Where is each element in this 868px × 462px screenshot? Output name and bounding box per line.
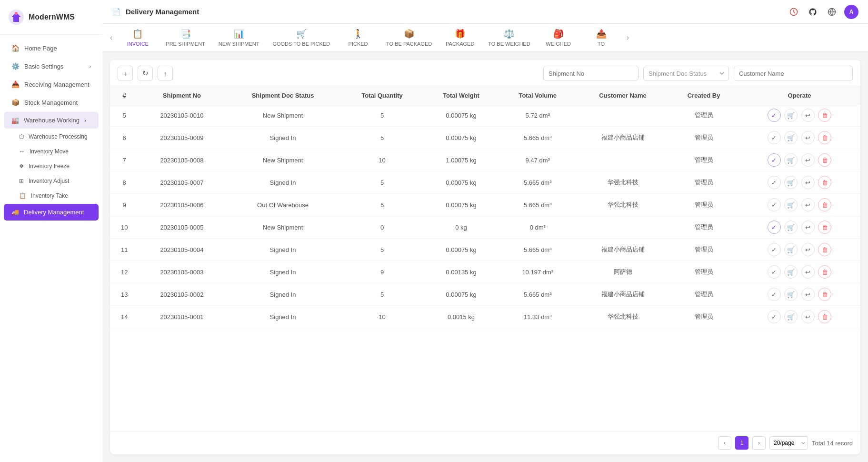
operate-delete-btn[interactable]: 🗑 [818,131,831,144]
cell-status: Signed In [225,306,340,328]
cell-created-by: 管理员 [669,216,738,239]
operate-cart-btn[interactable]: 🛒 [784,221,798,234]
customer-name-input[interactable] [734,66,853,81]
github-icon[interactable] [806,5,819,19]
operate-cart-btn[interactable]: 🛒 [784,153,798,167]
table-row: 14 20230105-0001 Signed In 10 0.0015 kg … [110,306,860,328]
per-page-select[interactable]: 20/page 50/page 100/page [769,436,808,450]
operate-check-btn[interactable]: ✓ [768,153,781,167]
to-tab-icon: 📤 [596,29,607,39]
google-icon[interactable] [787,5,800,19]
operate-cart-btn[interactable]: 🛒 [784,198,798,211]
tab-weighed[interactable]: 🎒 WEIGHED [537,24,580,52]
page-next-btn[interactable]: › [752,436,766,450]
operate-check-btn[interactable]: ✓ [768,131,781,144]
tab-picked[interactable]: 🚶 PICKED [337,24,379,52]
app-name: ModernWMS [29,13,75,21]
operate-undo-btn[interactable]: ↩ [801,310,815,323]
language-icon[interactable] [825,5,838,19]
table-row: 5 20230105-0010 New Shipment 5 0.00075 k… [110,104,860,127]
tab-pre-shipment[interactable]: 📑 PRE SHIPMENT [159,24,212,52]
refresh-button[interactable]: ↻ [138,66,153,81]
tab-new-shipment[interactable]: 📊 NEW SHIPMENT [212,24,266,52]
operate-check-btn[interactable]: ✓ [768,198,781,211]
user-avatar[interactable]: A [844,5,858,19]
operate-cart-btn[interactable]: 🛒 [784,109,798,122]
tab-goods-to-be-picked-label: GOODS TO BE PICKED [272,41,330,47]
operate-delete-btn[interactable]: 🗑 [818,265,831,279]
cell-weight: 1.00075 kg [423,149,499,171]
sidebar-item-inventory-move[interactable]: ↔ Inventory Move [4,144,99,159]
operate-check-btn[interactable]: ✓ [768,221,781,234]
cell-qty: 5 [341,104,424,127]
operate-cart-btn[interactable]: 🛒 [784,310,798,323]
operate-check-btn[interactable]: ✓ [768,265,781,279]
table-body: 5 20230105-0010 New Shipment 5 0.00075 k… [110,104,860,328]
weighed-tab-icon: 🎒 [553,29,564,39]
operate-cart-btn[interactable]: 🛒 [784,265,798,279]
cell-volume: 5.665 dm³ [499,171,577,194]
sidebar-item-inventory-adjust[interactable]: ⊞ Inventory Adjust [4,174,99,188]
operate-undo-btn[interactable]: ↩ [801,109,815,122]
export-button[interactable]: ↑ [158,66,173,81]
sidebar-item-inventory-move-label: Inventory Move [30,148,69,155]
add-button[interactable]: + [118,66,133,81]
page-prev-btn[interactable]: ‹ [718,436,731,450]
operate-undo-btn[interactable]: ↩ [801,221,815,234]
operate-delete-btn[interactable]: 🗑 [818,221,831,234]
sidebar-item-warehouse-processing[interactable]: ⬡ Warehouse Processing [4,130,99,144]
operate-check-btn[interactable]: ✓ [768,243,781,256]
tab-to-be-packaged-label: TO BE PACKAGED [386,41,432,47]
operate-undo-btn[interactable]: ↩ [801,198,815,211]
page-title-bar: 📄 Delivery Management [112,8,199,16]
shipment-no-input[interactable] [543,66,639,81]
cell-created-by: 管理员 [669,149,738,171]
operate-check-btn[interactable]: ✓ [768,310,781,323]
operate-check-btn[interactable]: ✓ [768,288,781,301]
operate-check-btn[interactable]: ✓ [768,176,781,189]
shipment-doc-status-select[interactable]: Shipment Doc Status New Shipment Signed … [643,66,729,81]
operate-cart-btn[interactable]: 🛒 [784,176,798,189]
operate-undo-btn[interactable]: ↩ [801,131,815,144]
svg-point-1 [15,12,18,15]
operate-undo-btn[interactable]: ↩ [801,265,815,279]
sidebar-item-inventory-take[interactable]: 📋 Inventory Take [4,189,99,203]
operate-undo-btn[interactable]: ↩ [801,288,815,301]
tab-new-shipment-label: NEW SHIPMENT [219,41,259,47]
operate-check-btn[interactable]: ✓ [768,109,781,122]
tab-next-btn[interactable]: › [623,24,633,51]
operate-delete-btn[interactable]: 🗑 [818,153,831,167]
tab-invoice[interactable]: 📋 INVOICE [116,24,159,52]
operate-delete-btn[interactable]: 🗑 [818,198,831,211]
cell-volume: 11.33 dm³ [499,306,577,328]
operate-cart-btn[interactable]: 🛒 [784,243,798,256]
sidebar-item-warehouse-processing-label: Warehouse Processing [29,133,88,140]
operate-delete-btn[interactable]: 🗑 [818,310,831,323]
operate-undo-btn[interactable]: ↩ [801,243,815,256]
operate-undo-btn[interactable]: ↩ [801,176,815,189]
operate-delete-btn[interactable]: 🗑 [818,243,831,256]
operate-delete-btn[interactable]: 🗑 [818,109,831,122]
tab-prev-btn[interactable]: ‹ [106,24,116,51]
operate-cart-btn[interactable]: 🛒 [784,131,798,144]
tab-goods-to-be-picked[interactable]: 🛒 GOODS TO BE PICKED [266,24,337,52]
page-1-btn[interactable]: 1 [735,436,748,450]
operate-delete-btn[interactable]: 🗑 [818,176,831,189]
sidebar-item-warehouse-working[interactable]: 🏭 Warehouse Working › [4,112,99,129]
tab-to-be-packaged[interactable]: 📦 TO BE PACKAGED [379,24,439,52]
operate-cart-btn[interactable]: 🛒 [784,288,798,301]
operate-delete-btn[interactable]: 🗑 [818,288,831,301]
sidebar-item-receiving[interactable]: 📥 Receiving Management [4,76,99,93]
operate-undo-btn[interactable]: ↩ [801,153,815,167]
tab-packaged[interactable]: 🎁 PACKAGED [439,24,481,52]
sidebar-item-inventory-freeze[interactable]: ❄ Inventory freeze [4,159,99,173]
sidebar-item-home[interactable]: 🏠 Home Page [4,40,99,57]
cell-num: 6 [110,127,139,149]
tab-to[interactable]: 📤 TO [580,24,623,52]
sidebar-item-basic-settings[interactable]: ⚙️ Basic Settings › [4,58,99,75]
sidebar-item-delivery-management[interactable]: 🚚 Delivery Management [4,204,99,221]
cell-weight: 0.00075 kg [423,283,499,306]
cell-num: 12 [110,261,139,283]
sidebar-item-stock[interactable]: 📦 Stock Management [4,94,99,111]
tab-to-be-weighed[interactable]: ⚖️ TO BE WEIGHED [481,24,537,52]
